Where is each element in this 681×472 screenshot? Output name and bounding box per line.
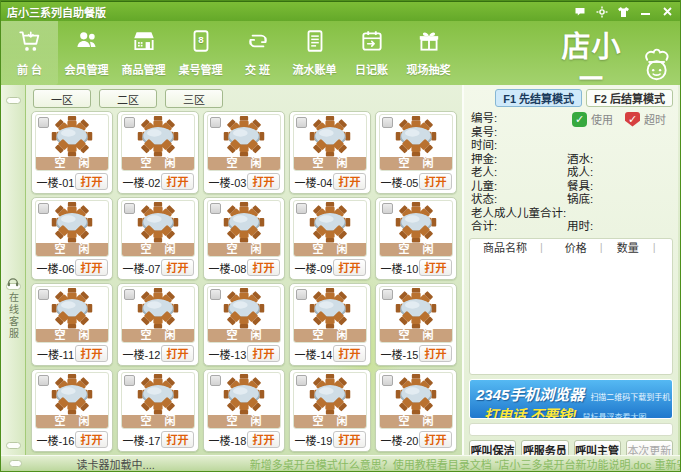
settings-gear-icon[interactable] [595,5,608,18]
area-tab-1[interactable]: 一区 [33,89,91,108]
table-checkbox[interactable] [38,375,49,386]
table-checkbox[interactable] [382,203,393,214]
close-button[interactable] [661,5,674,18]
open-table-button[interactable]: 打开 [333,345,366,362]
table-checkbox[interactable] [210,375,221,386]
table-image-area: 空 闲 [121,200,195,257]
open-table-button[interactable]: 打开 [75,345,108,362]
open-table-button[interactable]: 打开 [161,431,194,448]
open-table-button[interactable]: 打开 [161,345,194,362]
mode-button-pre-settle[interactable]: F1 先结算模式 [495,89,582,107]
theme-shirt-icon[interactable] [617,5,630,18]
minimize-button[interactable] [639,5,652,18]
toolbar-item-table-numbers[interactable]: 8 桌号管理 [172,21,229,85]
ad-qr-hint: 扫描二维码下载到手机 [590,391,670,402]
ad-banner[interactable]: 2345手机浏览器 扫描二维码下载到手机 打电话 不要钱! 鼠标悬浮查看大图 [469,379,673,419]
table-name: 一楼-14 [294,346,333,362]
open-table-button[interactable]: 打开 [247,259,280,276]
open-table-button[interactable]: 打开 [75,173,108,190]
svg-text:8: 8 [198,34,204,45]
table-name: 一楼-08 [208,260,247,276]
open-table-button[interactable]: 打开 [419,173,452,190]
card-reader-status: 读卡器加载中.... [77,456,155,472]
area-tab-3[interactable]: 三区 [165,89,223,108]
open-table-button[interactable]: 打开 [161,173,194,190]
table-card-footer: 一楼-05 打开 [379,171,453,192]
form-row: 儿童:餐具: [471,180,671,194]
table-checkbox[interactable] [38,117,49,128]
statusbar-handle[interactable] [9,460,22,467]
column-header-product-name: 商品名称 [483,239,540,255]
table-checkbox[interactable] [38,289,49,300]
toolbar-item-daily-journal[interactable]: 日记账 [343,21,400,85]
ad-slogan: 打电话 不要钱! [484,404,577,419]
open-table-button[interactable]: 打开 [75,259,108,276]
splitter-handle-bottom[interactable] [6,442,21,449]
table-name: 一楼-16 [36,432,75,448]
table-checkbox[interactable] [296,117,307,128]
open-table-button[interactable]: 打开 [247,431,280,448]
table-checkbox[interactable] [124,117,135,128]
table-checkbox[interactable] [38,203,49,214]
message-bubble-icon[interactable] [573,5,586,18]
field-label: 锅底: [567,193,593,207]
toolbar-item-products[interactable]: 商品管理 [115,21,172,85]
announcement-marquee: 新增多桌开台模式什么意思？使用教程看目录文档 “店小三多桌开台新功能说明.doc… [250,456,680,472]
table-checkbox[interactable] [210,203,221,214]
table-image-area: 空 闲 [207,286,281,343]
table-status-badge: 空 闲 [294,157,366,170]
toolbar-item-members[interactable]: 会员管理 [58,21,115,85]
round-table-icon [386,202,446,248]
open-table-button[interactable]: 打开 [333,259,366,276]
table-checkbox[interactable] [210,117,221,128]
product-table[interactable]: 商品名称 | 价格 | 数量 | [469,238,673,375]
field-label: 老人: [471,166,567,180]
table-checkbox[interactable] [382,375,393,386]
field-label: 状态: [471,193,567,207]
toolbar-label: 会员管理 [65,61,109,77]
table-checkbox[interactable] [210,289,221,300]
area-tab-2[interactable]: 二区 [99,89,157,108]
open-table-button[interactable]: 打开 [161,259,194,276]
table-checkbox[interactable] [382,289,393,300]
open-table-button[interactable]: 打开 [75,431,108,448]
table-card: 空 闲 一楼-03 打开 [203,111,285,194]
table-checkbox[interactable] [124,375,135,386]
table-checkbox[interactable] [124,289,135,300]
info-form: 编号:桌号:时间:押金:酒水:老人:成人:儿童:餐具:状态:锅底:老人成人儿童合… [468,110,674,234]
toolbar-item-front-desk[interactable]: 前 台 [1,21,58,85]
open-table-button[interactable]: 打开 [419,431,452,448]
table-image-area: 空 闲 [379,372,453,429]
toolbar-item-shift-change[interactable]: 交 班 [229,21,286,85]
table-checkbox[interactable] [296,289,307,300]
toolbar-item-bill-list[interactable]: 流水账单 [286,21,343,85]
panel-input-bar[interactable] [469,423,673,436]
open-table-button[interactable]: 打开 [333,173,366,190]
table-card: 空 闲 一楼-14 打开 [289,283,371,366]
round-table-icon [300,374,360,420]
toolbar-label: 前 台 [17,61,42,77]
column-header-quantity: 数量 [603,239,653,255]
field-label: 酒水: [567,153,593,167]
table-card-footer: 一楼-09 打开 [293,257,367,278]
app-window: 店小三系列自助餐版 前 台 会员管理 [0,0,681,472]
open-table-button[interactable]: 打开 [247,173,280,190]
table-name: 一楼-20 [380,432,419,448]
splitter-handle-top[interactable] [6,97,21,104]
open-table-button[interactable]: 打开 [419,259,452,276]
table-checkbox[interactable] [296,203,307,214]
online-service-tab[interactable]: 在线客服 [1,275,25,340]
table-status-badge: 空 闲 [208,243,280,256]
table-checkbox[interactable] [296,375,307,386]
open-table-button[interactable]: 打开 [419,345,452,362]
column-separator: | [653,241,656,253]
table-checkbox[interactable] [124,203,135,214]
open-table-button[interactable]: 打开 [333,431,366,448]
open-table-button[interactable]: 打开 [247,345,280,362]
table-name: 一楼-03 [208,174,247,190]
table-checkbox[interactable] [382,117,393,128]
table-status-badge: 空 闲 [380,415,452,428]
form-row: 老人成人儿童合计: [471,207,671,221]
toolbar-item-lottery[interactable]: 现场抽奖 [400,21,457,85]
mode-button-post-settle[interactable]: F2 后结算模式 [586,89,673,107]
